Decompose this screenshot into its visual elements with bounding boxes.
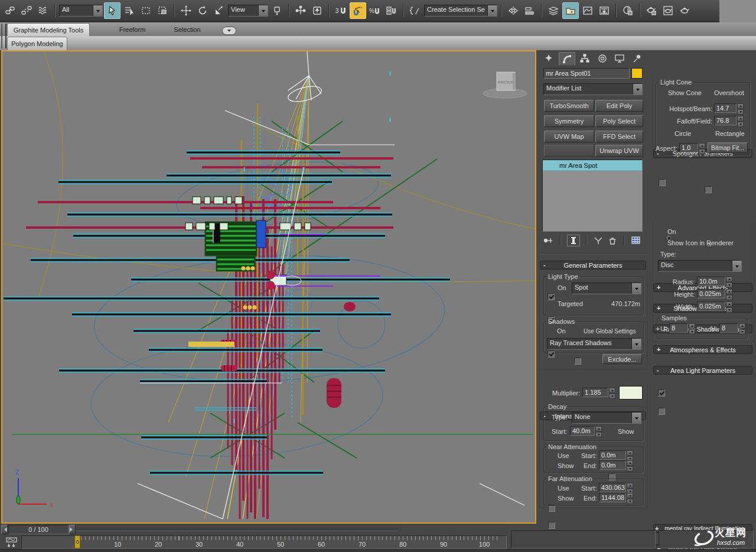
tab-motion[interactable]: [595, 52, 611, 64]
select-by-name-button[interactable]: [122, 3, 137, 18]
bitmap-fit-button[interactable]: Bitmap Fit...: [708, 142, 748, 153]
far-start-field[interactable]: 430.063: [599, 483, 626, 492]
snaps-toggle-button[interactable]: 3: [333, 3, 348, 18]
near-show-checkbox[interactable]: [548, 522, 555, 529]
viewcube[interactable]: FRONT: [483, 72, 527, 98]
selection-filter-dropdown[interactable]: All: [59, 5, 103, 17]
modifier-list-dropdown[interactable]: Modifier List: [543, 83, 643, 95]
use-global-settings-checkbox[interactable]: [574, 358, 581, 365]
object-color-swatch[interactable]: [631, 68, 643, 79]
ribbon-grip-handle[interactable]: [1, 24, 6, 48]
rollout-area-light-parameters[interactable]: - Area Light Parameters: [653, 366, 752, 375]
viewport-scene[interactable]: I I I I I FRONT Z x: [2, 51, 535, 522]
light-on-checkbox[interactable]: [548, 293, 555, 300]
uvw-map-button[interactable]: UVW Map: [544, 131, 594, 142]
light-type-dropdown[interactable]: Spot: [572, 283, 641, 294]
tab-graphite-modeling-tools[interactable]: Graphite Modeling Tools: [7, 23, 90, 36]
show-icon-renderer-checkbox[interactable]: [658, 408, 665, 415]
hotspot-spinner[interactable]: [737, 103, 744, 113]
select-and-manipulate-button[interactable]: [293, 3, 308, 18]
tab-polygon-modeling[interactable]: Polygon Modeling: [7, 37, 67, 51]
manage-layers-button[interactable]: [546, 3, 561, 18]
object-name-field[interactable]: mr Area Spot01: [543, 68, 630, 79]
bind-to-space-warp-button[interactable]: [35, 3, 51, 18]
keyboard-override-button[interactable]: [309, 3, 325, 18]
near-end-spinner[interactable]: [627, 460, 633, 470]
near-start-spinner[interactable]: [627, 450, 633, 460]
make-unique-icon[interactable]: [593, 236, 604, 245]
samples-v-field[interactable]: 8: [719, 323, 738, 333]
named-selection-sets-button[interactable]: [408, 3, 423, 18]
near-start-field[interactable]: 0.0m: [599, 450, 626, 460]
shadow-generator-dropdown[interactable]: Ray Traced Shadows: [547, 338, 641, 350]
height-spinner[interactable]: [726, 289, 732, 298]
mirror-button[interactable]: [506, 3, 521, 18]
near-end-field[interactable]: 0.0m: [599, 460, 626, 470]
align-button[interactable]: [522, 3, 537, 18]
render-production-button[interactable]: [677, 3, 692, 18]
ffd-select-button[interactable]: FFD Select: [595, 131, 643, 142]
hotspot-field[interactable]: 14.7: [714, 103, 737, 113]
decay-start-field[interactable]: 40.0m: [570, 426, 595, 436]
chevron-down-icon[interactable]: [631, 339, 641, 349]
radius-field[interactable]: 10.0m: [697, 277, 725, 286]
aspect-spinner[interactable]: [699, 143, 705, 152]
stack-item-mr-area-spot[interactable]: mr Area Spot: [543, 160, 642, 171]
show-cone-checkbox[interactable]: [659, 179, 666, 186]
light-color-swatch[interactable]: [619, 386, 643, 400]
chevron-down-icon[interactable]: [732, 261, 741, 271]
window-crossing-button[interactable]: [155, 3, 170, 18]
samples-v-spinner[interactable]: [739, 323, 745, 333]
select-and-move-button[interactable]: [178, 3, 194, 18]
previous-frame-button[interactable]: [1, 525, 8, 534]
edit-poly-button[interactable]: Edit Poly: [595, 100, 643, 112]
falloff-field[interactable]: 76.8: [714, 116, 737, 125]
named-selection-set-dropdown[interactable]: Create Selection Se: [424, 5, 497, 17]
tab-freeform[interactable]: Freeform: [109, 24, 155, 35]
samples-u-spinner[interactable]: [689, 323, 695, 333]
chevron-down-icon[interactable]: [633, 84, 642, 95]
chevron-down-icon[interactable]: [487, 5, 497, 16]
tab-create[interactable]: [541, 52, 557, 64]
chevron-down-icon[interactable]: [258, 5, 268, 16]
rollout-general-parameters[interactable]: - General Parameters: [540, 261, 646, 269]
select-and-rotate-button[interactable]: [195, 3, 210, 18]
tab-selection[interactable]: Selection: [167, 24, 208, 35]
radius-spinner[interactable]: [726, 277, 732, 286]
area-type-dropdown[interactable]: Disc: [658, 260, 742, 272]
falloff-spinner[interactable]: [737, 116, 744, 125]
rollout-atmospheres-effects[interactable]: + Atmospheres & Effects: [653, 345, 752, 354]
width-spinner[interactable]: [726, 301, 732, 311]
percent-snap-button[interactable]: %: [367, 3, 383, 18]
render-setup-button[interactable]: [644, 3, 659, 18]
ribbon-toggle-button[interactable]: [562, 2, 579, 19]
width-field[interactable]: 0.025m: [697, 301, 725, 311]
far-end-field[interactable]: 1144.08: [599, 493, 626, 502]
poly-select-button[interactable]: Poly Select: [595, 115, 643, 127]
time-slider-handle[interactable]: 0 / 100: [8, 525, 69, 534]
ribbon-minimize-button[interactable]: [222, 27, 236, 35]
chevron-down-icon[interactable]: [631, 413, 641, 423]
samples-u-field[interactable]: 8: [669, 323, 688, 333]
turbosmooth-button[interactable]: TurboSmooth: [544, 100, 594, 112]
overshoot-checkbox[interactable]: [705, 186, 712, 193]
open-mini-curve-editor-button[interactable]: [4, 536, 19, 548]
height-field[interactable]: 0.025m: [697, 289, 725, 298]
decay-type-dropdown[interactable]: None: [572, 412, 641, 424]
tab-utilities[interactable]: [630, 52, 646, 64]
rendered-frame-window-button[interactable]: [660, 3, 676, 18]
viewport-front[interactable]: I I I I I FRONT Z x: [1, 50, 536, 524]
chevron-down-icon[interactable]: [93, 5, 102, 16]
exclude-button[interactable]: Exclude...: [602, 354, 642, 364]
tab-hierarchy[interactable]: [577, 52, 593, 64]
angle-snap-toggle-button[interactable]: [350, 2, 366, 19]
select-and-scale-button[interactable]: [211, 3, 227, 18]
pin-stack-icon[interactable]: [543, 236, 554, 245]
tab-display[interactable]: [612, 52, 628, 64]
remove-modifier-icon[interactable]: [607, 236, 618, 245]
tab-modify[interactable]: [559, 52, 576, 65]
select-and-link-button[interactable]: [2, 3, 18, 18]
show-end-result-button[interactable]: [567, 235, 580, 246]
use-pivot-point-button[interactable]: [269, 3, 285, 18]
configure-modifier-sets-icon[interactable]: [631, 236, 641, 245]
